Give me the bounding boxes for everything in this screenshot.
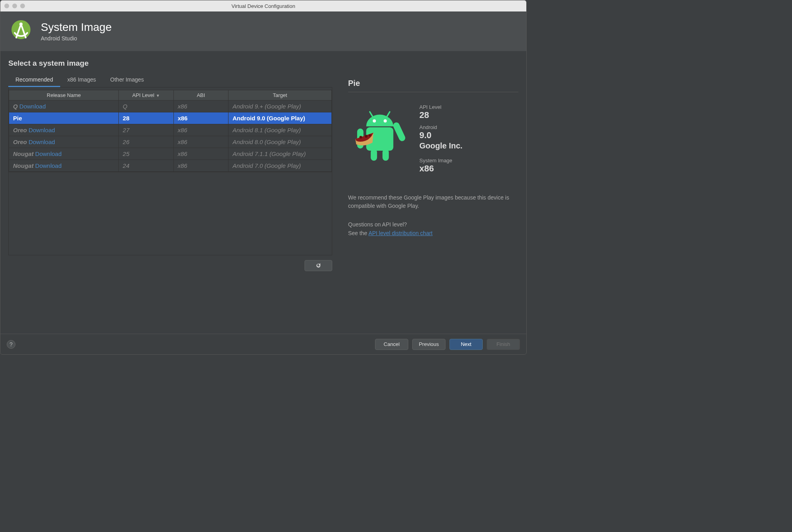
cell-abi: x86 [173, 124, 228, 136]
col-target[interactable]: Target [228, 90, 332, 101]
detail-android-label: Android [419, 124, 518, 130]
cell-target: Android 8.0 (Google Play) [228, 136, 332, 148]
question-text: Questions on API level? [348, 221, 518, 228]
tab-recommended[interactable]: Recommended [8, 73, 60, 87]
cell-release: Q [13, 103, 18, 110]
previous-button[interactable]: Previous [412, 339, 446, 350]
table-row[interactable]: Nougat Download 24 x86 Android 7.0 (Goog… [9, 160, 332, 172]
tab-other-images[interactable]: Other Images [103, 73, 151, 87]
col-abi[interactable]: ABI [173, 90, 228, 101]
svg-rect-10 [383, 149, 389, 161]
cell-api: 24 [119, 160, 174, 172]
cell-release: Nougat [13, 162, 34, 169]
next-button[interactable]: Next [449, 339, 483, 350]
col-release-name[interactable]: Release Name [9, 90, 119, 101]
svg-point-13 [369, 134, 371, 137]
cell-release: Oreo [13, 127, 27, 133]
table-row[interactable]: Nougat Download 25 x86 Android 7.1.1 (Go… [9, 148, 332, 160]
page-title: System Image [41, 21, 112, 34]
download-link[interactable]: Download [19, 103, 46, 110]
table-row[interactable]: Pie 28 x86 Android 9.0 (Google Play) [9, 112, 332, 124]
cell-api: Q [119, 101, 174, 112]
detail-sysimg-label: System Image [419, 158, 518, 163]
refresh-button[interactable] [305, 260, 332, 271]
detail-vendor: Google Inc. [419, 141, 518, 150]
cell-target: Android 7.1.1 (Google Play) [228, 148, 332, 160]
system-image-table: Release Name API Level▼ ABI Target Q Dow… [8, 87, 332, 172]
download-link[interactable]: Download [29, 139, 55, 145]
dialog-header: System Image Android Studio [0, 11, 526, 51]
divider [348, 92, 518, 92]
cell-release: Pie [13, 115, 22, 122]
cell-abi: x86 [173, 101, 228, 112]
detail-android-value: 9.0 [419, 130, 518, 141]
android-studio-logo-icon [8, 19, 34, 44]
cell-target: Android 9.0 (Google Play) [228, 112, 332, 124]
svg-rect-9 [371, 149, 377, 161]
col-api-level-label: API Level [132, 92, 154, 98]
dialog-window: Virtual Device Configuration System Imag… [0, 0, 527, 355]
dialog-footer: ? Cancel Previous Next Finish [0, 334, 526, 354]
recommendation-text: We recommend these Google Play images be… [348, 194, 518, 210]
tab-x86-images[interactable]: x86 Images [60, 73, 103, 87]
table-empty-area [8, 172, 332, 255]
download-link[interactable]: Download [35, 150, 62, 157]
page-subtitle: Android Studio [41, 35, 112, 42]
see-also: See the API level distribution chart [348, 230, 518, 236]
details-title: Pie [348, 79, 518, 88]
cell-release: Nougat [13, 150, 34, 157]
refresh-icon [315, 262, 322, 269]
cell-api: 28 [119, 112, 174, 124]
svg-point-11 [360, 136, 362, 139]
window-title: Virtual Device Configuration [0, 3, 526, 9]
cell-abi: x86 [173, 160, 228, 172]
download-link[interactable]: Download [29, 127, 55, 133]
cell-api: 27 [119, 124, 174, 136]
table-row[interactable]: Oreo Download 27 x86 Android 8.1 (Google… [9, 124, 332, 136]
detail-api-value: 28 [419, 110, 518, 120]
section-title: Select a system image [8, 59, 518, 68]
cell-target: Android 8.1 (Google Play) [228, 124, 332, 136]
detail-api-label: API Level [419, 104, 518, 110]
col-api-level[interactable]: API Level▼ [119, 90, 174, 101]
svg-rect-3 [392, 122, 406, 142]
cell-api: 25 [119, 148, 174, 160]
table-row[interactable]: Q Download Q x86 Android 9.+ (Google Pla… [9, 101, 332, 112]
android-pie-icon [348, 102, 411, 169]
see-prefix: See the [348, 230, 368, 236]
api-distribution-link[interactable]: API level distribution chart [368, 230, 432, 236]
titlebar: Virtual Device Configuration [0, 0, 526, 11]
svg-line-7 [387, 112, 390, 116]
svg-point-5 [384, 119, 387, 122]
cancel-button[interactable]: Cancel [375, 339, 408, 350]
svg-point-4 [373, 119, 376, 122]
cell-abi: x86 [173, 112, 228, 124]
cell-abi: x86 [173, 148, 228, 160]
cell-release: Oreo [13, 139, 27, 145]
svg-point-12 [365, 135, 367, 138]
cell-abi: x86 [173, 136, 228, 148]
cell-target: Android 7.0 (Google Play) [228, 160, 332, 172]
svg-line-6 [370, 112, 373, 116]
detail-sysimg-value: x86 [419, 163, 518, 174]
finish-button: Finish [487, 339, 520, 350]
download-link[interactable]: Download [35, 162, 62, 169]
cell-target: Android 9.+ (Google Play) [228, 101, 332, 112]
tabs: Recommended x86 Images Other Images [8, 73, 332, 87]
sort-desc-icon: ▼ [156, 93, 160, 98]
details-panel: Pie [348, 73, 518, 326]
help-button[interactable]: ? [7, 340, 15, 349]
svg-point-1 [19, 23, 23, 26]
table-row[interactable]: Oreo Download 26 x86 Android 8.0 (Google… [9, 136, 332, 148]
cell-api: 26 [119, 136, 174, 148]
help-icon: ? [10, 341, 13, 348]
